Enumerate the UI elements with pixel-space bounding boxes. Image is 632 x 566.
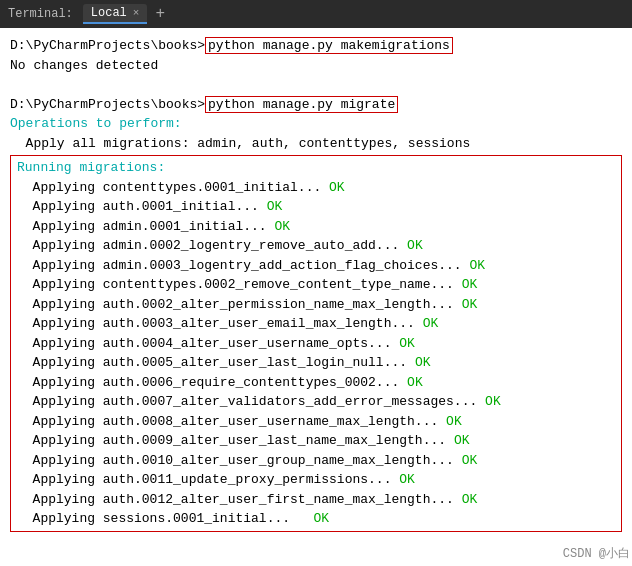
migration-5: Applying admin.0003_logentry_add_action_… xyxy=(17,256,615,276)
migration-13: Applying auth.0008_alter_user_username_m… xyxy=(17,412,615,432)
prompt-line-1: D:\PyCharmProjects\books>python manage.p… xyxy=(10,36,622,56)
migration-9: Applying auth.0004_alter_user_username_o… xyxy=(17,334,615,354)
migration-2: Applying auth.0001_initial... OK xyxy=(17,197,615,217)
terminal-label: Terminal: xyxy=(8,7,79,21)
migration-14: Applying auth.0009_alter_user_last_name_… xyxy=(17,431,615,451)
migration-4: Applying admin.0002_logentry_remove_auto… xyxy=(17,236,615,256)
tab-bar: Terminal: Local × + xyxy=(0,0,632,28)
running-migrations-box: Running migrations: Applying contenttype… xyxy=(10,155,622,532)
migration-16: Applying auth.0011_update_proxy_permissi… xyxy=(17,470,615,490)
watermark: CSDN @小白 xyxy=(563,545,630,562)
terminal-body[interactable]: D:\PyCharmProjects\books>python manage.p… xyxy=(0,28,632,540)
tab-local-label: Local xyxy=(91,6,127,20)
operations-header: Operations to perform: xyxy=(10,114,622,134)
cmd-makemigrations: python manage.py makemigrations xyxy=(205,37,453,54)
cmd-migrate: python manage.py migrate xyxy=(205,96,398,113)
terminal-wrapper: D:\PyCharmProjects\books>python manage.p… xyxy=(0,28,632,566)
migration-12: Applying auth.0007_alter_validators_add_… xyxy=(17,392,615,412)
migration-8: Applying auth.0003_alter_user_email_max_… xyxy=(17,314,615,334)
migration-18: Applying sessions.0001_initial... OK xyxy=(17,509,615,529)
migration-15: Applying auth.0010_alter_user_group_name… xyxy=(17,451,615,471)
migration-17: Applying auth.0012_alter_user_first_name… xyxy=(17,490,615,510)
apply-all-line: Apply all migrations: admin, auth, conte… xyxy=(10,134,622,154)
migration-11: Applying auth.0006_require_contenttypes_… xyxy=(17,373,615,393)
migration-6: Applying contenttypes.0002_remove_conten… xyxy=(17,275,615,295)
running-migrations-header: Running migrations: xyxy=(17,158,615,178)
migration-1: Applying contenttypes.0001_initial... OK xyxy=(17,178,615,198)
terminal-container: Terminal: Local × + D:\PyCharmProjects\b… xyxy=(0,0,632,566)
tab-close-icon[interactable]: × xyxy=(133,7,140,19)
blank-line-1 xyxy=(10,75,622,95)
migration-7: Applying auth.0002_alter_permission_name… xyxy=(17,295,615,315)
migration-3: Applying admin.0001_initial... OK xyxy=(17,217,615,237)
tab-add-icon[interactable]: + xyxy=(155,5,165,23)
migration-10: Applying auth.0005_alter_user_last_login… xyxy=(17,353,615,373)
prompt-line-2: D:\PyCharmProjects\books>python manage.p… xyxy=(10,95,622,115)
no-changes-line: No changes detected xyxy=(10,56,622,76)
tab-local[interactable]: Local × xyxy=(83,4,148,24)
